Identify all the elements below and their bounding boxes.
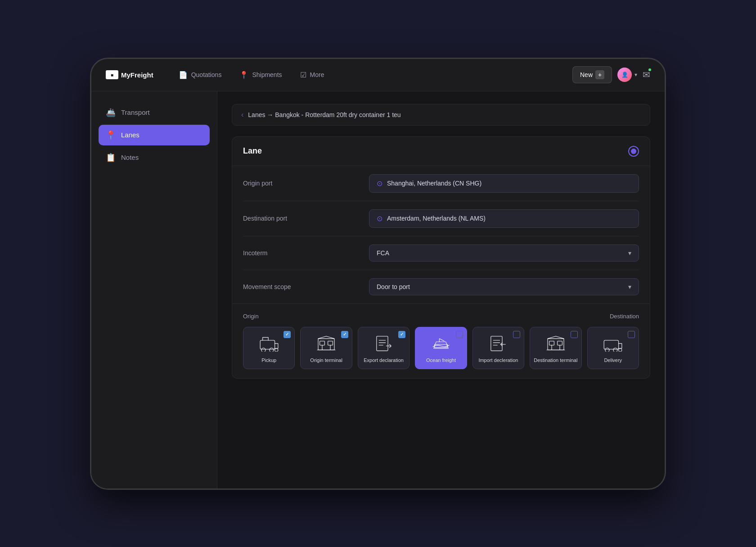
- export-declaration-card[interactable]: Export declaration: [358, 327, 410, 369]
- transport-icon: 🚢: [106, 108, 116, 118]
- nav-shipments[interactable]: 📍 Shipments: [232, 67, 289, 83]
- movement-scope-select[interactable]: Door to port ▾: [369, 278, 639, 295]
- sidebar-notes-label: Notes: [121, 154, 139, 161]
- lane-radio-button[interactable]: [628, 146, 639, 157]
- delivery-card[interactable]: Delivery: [587, 327, 639, 369]
- svg-rect-0: [260, 340, 274, 349]
- shipments-icon: 📍: [239, 71, 248, 79]
- origin-port-text: Shanghai, Netherlands (CN SHG): [387, 180, 482, 187]
- incoterm-label: Incoterm: [243, 249, 369, 257]
- incoterm-value: FCA: [377, 249, 389, 257]
- more-icon: ☑: [300, 71, 306, 79]
- export-declaration-checkbox[interactable]: [398, 331, 405, 338]
- origin-port-label: Origin port: [243, 180, 369, 187]
- nav-more[interactable]: ☑ More: [293, 67, 332, 83]
- logo-icon: ■: [106, 70, 118, 79]
- destination-port-label: Destination port: [243, 215, 369, 222]
- import-declaration-checkbox[interactable]: [513, 331, 520, 338]
- svg-point-25: [613, 348, 617, 351]
- svg-rect-18: [548, 339, 564, 350]
- destination-terminal-card[interactable]: Destination terminal: [530, 327, 581, 369]
- sidebar-item-lanes[interactable]: 📍 Lanes: [99, 125, 210, 145]
- destination-port-value[interactable]: ⊙ Amsterdam, Netherlands (NL AMS): [369, 209, 639, 228]
- main-content: 🚢 Transport 📍 Lanes 📋 Notes ‹ Lanes → Ba…: [91, 91, 665, 488]
- new-label: New: [580, 71, 593, 78]
- svg-rect-14: [491, 336, 502, 350]
- ocean-freight-label: Ocean freight: [426, 357, 456, 363]
- top-bar: ■ MyFreight 📄 Quotations 📍 Shipments ☑ M…: [91, 59, 665, 91]
- origin-port-icon: ⊙: [377, 179, 382, 188]
- new-button[interactable]: New +: [572, 66, 612, 83]
- form-section: Origin port ⊙ Shanghai, Netherlands (CN …: [232, 166, 650, 303]
- origin-scope-label: Origin: [243, 313, 259, 320]
- notes-icon: 📋: [106, 153, 116, 163]
- import-declaration-icon: [487, 335, 509, 353]
- origin-terminal-icon: [315, 335, 337, 353]
- origin-terminal-card[interactable]: Origin terminal: [300, 327, 352, 369]
- svg-rect-5: [320, 341, 325, 345]
- svg-point-26: [619, 348, 622, 351]
- destination-terminal-icon: [545, 335, 567, 353]
- export-declaration-icon: [373, 335, 395, 353]
- avatar-button[interactable]: 👤 ▾: [617, 68, 637, 82]
- origin-port-value[interactable]: ⊙ Shanghai, Netherlands (CN SHG): [369, 174, 639, 193]
- origin-port-row: Origin port ⊙ Shanghai, Netherlands (CN …: [243, 166, 639, 201]
- sidebar-lanes-label: Lanes: [121, 131, 140, 139]
- movement-scope-row: Movement scope Door to port ▾: [243, 270, 639, 303]
- mail-button[interactable]: ✉: [643, 69, 650, 80]
- import-declaration-label: Import decleration: [478, 357, 518, 363]
- lane-title: Lane: [243, 146, 262, 156]
- origin-terminal-label: Origin terminal: [310, 357, 342, 363]
- logo-text: MyFreight: [121, 71, 153, 79]
- nav-items: 📄 Quotations 📍 Shipments ☑ More: [171, 67, 572, 83]
- ocean-freight-card[interactable]: Ocean freight: [415, 327, 467, 369]
- svg-point-1: [261, 348, 266, 351]
- content-area: ‹ Lanes → Bangkok - Rotterdam 20ft dry c…: [217, 91, 665, 488]
- sidebar: 🚢 Transport 📍 Lanes 📋 Notes: [91, 91, 217, 488]
- incoterm-chevron-icon: ▾: [628, 249, 631, 257]
- radio-inner: [631, 149, 636, 154]
- destination-port-icon: ⊙: [377, 214, 382, 223]
- nav-quotations[interactable]: 📄 Quotations: [171, 67, 229, 83]
- delivery-label: Delivery: [604, 357, 622, 363]
- breadcrumb[interactable]: ‹ Lanes → Bangkok - Rotterdam 20ft dry c…: [232, 104, 650, 126]
- mail-badge: [648, 68, 652, 72]
- service-cards: Pickup: [243, 327, 639, 369]
- sidebar-item-transport[interactable]: 🚢 Transport: [99, 102, 210, 123]
- destination-terminal-checkbox[interactable]: [571, 331, 578, 338]
- destination-port-text: Amsterdam, Netherlands (NL AMS): [387, 215, 486, 222]
- destination-terminal-label: Destination terminal: [534, 357, 577, 363]
- svg-point-2: [270, 348, 274, 351]
- destination-port-row: Destination port ⊙ Amsterdam, Netherland…: [243, 201, 639, 236]
- ocean-freight-icon: [430, 335, 452, 353]
- lane-card-header: Lane: [232, 137, 650, 166]
- movement-scope-value: Door to port: [377, 283, 410, 290]
- avatar: 👤: [617, 68, 632, 82]
- more-label: More: [310, 71, 324, 78]
- svg-rect-6: [328, 341, 333, 345]
- svg-rect-19: [549, 341, 554, 345]
- svg-rect-4: [318, 339, 334, 350]
- quotations-label: Quotations: [191, 71, 222, 78]
- pickup-checkbox[interactable]: [284, 331, 291, 338]
- delivery-checkbox[interactable]: [628, 331, 635, 338]
- sidebar-item-notes[interactable]: 📋 Notes: [99, 147, 210, 168]
- new-plus-icon: +: [595, 70, 604, 79]
- scope-header: Origin Destination: [243, 313, 639, 320]
- svg-point-3: [274, 348, 278, 351]
- ocean-freight-checkbox[interactable]: [456, 331, 463, 338]
- incoterm-row: Incoterm FCA ▾: [243, 236, 639, 270]
- back-icon: ‹: [241, 111, 243, 119]
- svg-point-24: [605, 348, 609, 351]
- pickup-card[interactable]: Pickup: [243, 327, 295, 369]
- destination-scope-label: Destination: [610, 313, 639, 320]
- lane-card: Lane Origin port ⊙ Shanghai, Netherlands…: [232, 136, 650, 379]
- incoterm-select[interactable]: FCA ▾: [369, 244, 639, 262]
- shipments-label: Shipments: [252, 71, 282, 78]
- delivery-icon: [602, 335, 624, 353]
- sidebar-transport-label: Transport: [121, 108, 150, 116]
- quotations-icon: 📄: [179, 71, 188, 79]
- origin-terminal-checkbox[interactable]: [341, 331, 348, 338]
- breadcrumb-text: Lanes → Bangkok - Rotterdam 20ft dry con…: [248, 111, 400, 118]
- import-declaration-card[interactable]: Import decleration: [472, 327, 524, 369]
